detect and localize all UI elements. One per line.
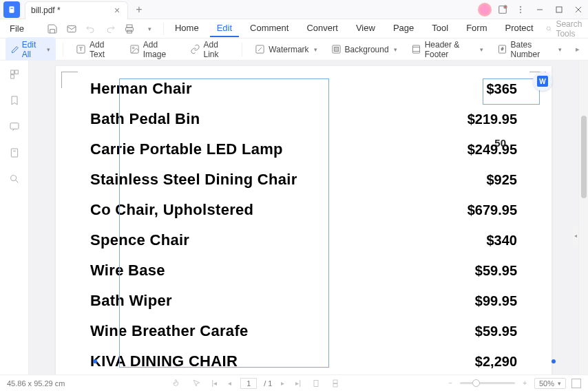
add-text-button[interactable]: Add Text (70, 37, 121, 62)
bill-row[interactable]: Stainless Steel Dining Chair$925 (90, 171, 517, 189)
notification-icon[interactable] (496, 3, 510, 17)
export-word-button[interactable]: W (533, 72, 552, 91)
tab-title: bill.pdf * (31, 6, 112, 15)
svg-rect-11 (67, 25, 76, 32)
page-number-input[interactable] (240, 378, 257, 389)
svg-rect-27 (412, 45, 419, 53)
expand-right-panel[interactable]: ◂ (573, 225, 578, 246)
add-image-button[interactable]: Add Image (124, 37, 182, 62)
undo-icon[interactable] (85, 23, 97, 35)
attachments-icon[interactable] (8, 146, 21, 160)
last-page-icon[interactable]: ▸| (293, 379, 303, 387)
background-icon (331, 44, 342, 54)
item-name: Spence Chair (90, 231, 189, 249)
menu-tab-edit[interactable]: Edit (210, 20, 239, 37)
svg-line-39 (15, 180, 18, 182)
close-window-button[interactable] (569, 0, 588, 19)
zoom-level-dropdown[interactable]: 50% ▾ (534, 378, 566, 389)
search-placeholder: Search Tools (556, 19, 585, 39)
quick-access-more[interactable]: ▾ (144, 23, 156, 35)
menu-tab-convert[interactable]: Convert (300, 20, 345, 37)
toolbar-more-icon[interactable]: ▸ (573, 45, 582, 54)
user-avatar[interactable] (478, 3, 492, 17)
chevron-down-icon: ▾ (480, 46, 483, 53)
zoom-slider[interactable] (460, 382, 515, 384)
svg-rect-33 (14, 70, 18, 74)
search-panel-icon[interactable] (8, 172, 21, 186)
thumbnails-icon[interactable] (8, 67, 21, 81)
svg-line-16 (549, 30, 551, 31)
first-page-icon[interactable]: |◂ (210, 379, 220, 387)
svg-rect-35 (10, 123, 19, 129)
svg-text:#: # (501, 47, 503, 51)
new-tab-button[interactable]: + (131, 1, 147, 18)
svg-rect-0 (10, 6, 14, 12)
document-tab[interactable]: bill.pdf * × (25, 1, 128, 19)
print-icon[interactable] (123, 23, 136, 35)
svg-rect-1 (10, 8, 13, 8)
menu-tab-comment[interactable]: Comment (243, 20, 295, 37)
bill-row[interactable]: Wire Base$59.95 (90, 262, 517, 279)
selection-handle[interactable] (93, 359, 97, 363)
document-page[interactable]: Herman Chair$365Bath Pedal Bin$219.95Car… (56, 66, 552, 390)
menu-tab-form[interactable]: Form (459, 20, 494, 37)
maximize-button[interactable] (549, 0, 569, 19)
header-footer-button[interactable]: Header & Footer ▾ (406, 37, 489, 62)
svg-point-5 (520, 8, 521, 10)
link-icon (190, 44, 200, 54)
bill-row[interactable]: KIVA DINING CHAIR$2,290 (90, 352, 517, 370)
svg-rect-8 (556, 7, 562, 12)
chevron-down-icon: ▾ (558, 380, 561, 387)
minimize-button[interactable] (530, 0, 549, 19)
item-price: $99.95 (475, 293, 517, 309)
svg-rect-34 (10, 75, 14, 78)
background-button[interactable]: Background ▾ (326, 41, 403, 57)
more-icon[interactable] (514, 3, 527, 17)
watermark-button[interactable]: Watermark ▾ (249, 41, 322, 57)
menu-tab-protect[interactable]: Protect (498, 20, 540, 37)
bill-row[interactable]: Wine Breather Carafe$59.95 (90, 322, 517, 340)
bill-row[interactable]: Herman Chair$365 (90, 80, 517, 98)
item-price: $925 (487, 172, 518, 188)
close-tab-icon[interactable]: × (112, 6, 122, 15)
bill-row[interactable]: Bath Wiper$99.95 (90, 292, 517, 310)
save-icon[interactable] (46, 23, 59, 35)
bill-row[interactable]: Bath Pedal Bin$219.95 (90, 110, 517, 128)
next-page-icon[interactable]: ▸ (279, 379, 286, 387)
zoom-thumb[interactable] (472, 379, 480, 387)
bates-number-button[interactable]: # Bates Number ▾ (492, 37, 567, 62)
vertical-scrollbar[interactable] (578, 61, 588, 390)
menu-tab-page[interactable]: Page (386, 20, 421, 37)
select-tool-icon[interactable] (190, 379, 203, 388)
menu-tab-home[interactable]: Home (168, 20, 206, 37)
continuous-page-icon[interactable] (329, 379, 342, 388)
item-price: $219.95 (468, 112, 517, 127)
mail-icon[interactable] (65, 23, 78, 35)
fit-page-icon[interactable] (571, 379, 581, 388)
menu-tab-view[interactable]: View (349, 20, 382, 37)
hand-tool-icon[interactable] (170, 379, 183, 388)
scrollbar-thumb[interactable] (581, 116, 587, 198)
item-price: $679.95 (468, 202, 517, 218)
page-total: / 1 (264, 379, 272, 388)
comments-icon[interactable] (8, 120, 21, 134)
search-tools[interactable]: Search Tools (540, 19, 588, 39)
cursor-position: 45.86 x 95.29 cm (7, 379, 65, 388)
bill-row[interactable]: Carrie Portable LED Lamp$249.9550 (90, 140, 517, 158)
redo-icon[interactable] (104, 23, 116, 35)
selection-handle[interactable] (552, 359, 556, 363)
zoom-in-icon[interactable]: + (521, 379, 529, 387)
file-menu[interactable]: File (3, 21, 31, 36)
item-price: $340 (487, 233, 518, 249)
prev-page-icon[interactable]: ◂ (226, 379, 233, 387)
single-page-icon[interactable] (310, 379, 322, 388)
image-icon (129, 44, 140, 54)
svg-point-15 (547, 26, 550, 30)
zoom-out-icon[interactable]: − (446, 379, 454, 387)
bill-row[interactable]: Co Chair, Upholstered$679.95 (90, 201, 517, 219)
add-link-button[interactable]: Add Link (185, 37, 235, 62)
bill-row[interactable]: Spence Chair$340 (90, 231, 517, 249)
menu-tab-tool[interactable]: Tool (425, 20, 455, 37)
bookmark-icon[interactable] (8, 94, 21, 107)
edit-all-button[interactable]: Edit All ▾ (6, 37, 56, 62)
